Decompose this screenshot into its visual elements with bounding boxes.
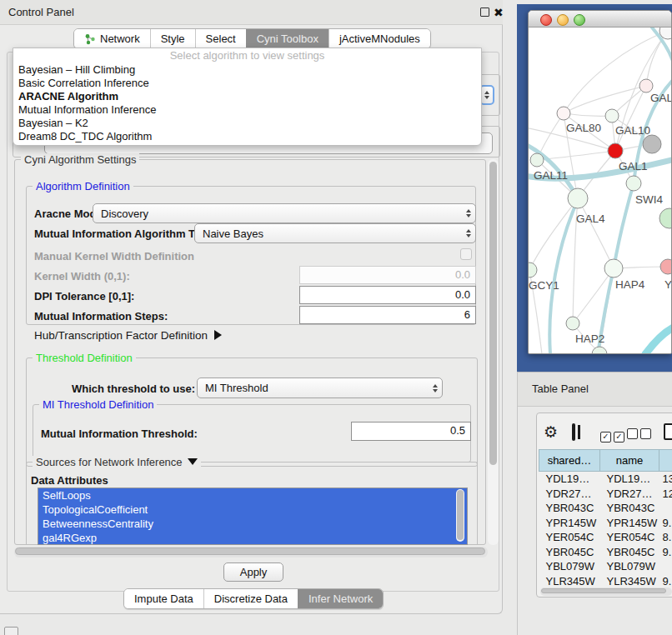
tab-jactivemnodules[interactable]: jActiveMNodules [328, 29, 430, 48]
table-column-header[interactable]: shared… [539, 450, 600, 472]
minimized-panel-icon[interactable] [4, 627, 18, 635]
data-attribute-item[interactable]: BetweennessCentrality [38, 517, 467, 531]
table-cell: 12 [659, 487, 672, 502]
algorithm-option[interactable]: Bayesian – K2 [13, 117, 481, 130]
network-node-label: GAL4 [576, 212, 605, 225]
table-row[interactable]: YDR27…YDR27…12 [539, 487, 672, 502]
network-node-gal1[interactable] [608, 143, 623, 158]
algorithm-option[interactable]: Mutual Information Inference [13, 103, 481, 117]
algorithm-definition-title: Algorithm Definition [33, 180, 133, 192]
stepper-arrows-icon [466, 229, 471, 238]
network-node-hap2[interactable] [566, 317, 579, 330]
table-row[interactable]: YBR043CYBR043C [539, 501, 672, 516]
tab-label: Discretize Data [214, 592, 288, 605]
table-row[interactable]: YLR345WYLR345W9. [539, 574, 672, 586]
network-node-gal11[interactable] [530, 153, 544, 167]
dpi-tolerance-field[interactable]: 0.0 [299, 286, 476, 304]
data-attributes-list[interactable]: SelfLoopsTopologicalCoefficientBetweenne… [38, 488, 468, 545]
data-attribute-item[interactable]: gal4RGexp [38, 531, 467, 545]
tab-cyni-toolbox[interactable]: Cyni Toolbox [246, 29, 328, 48]
settings-scrollbar[interactable] [488, 159, 499, 545]
network-edge [529, 198, 578, 270]
network-node-gal4[interactable] [568, 188, 588, 208]
algorithm-option[interactable]: Basic Correlation Inference [13, 77, 481, 90]
network-node-label: Y [664, 278, 672, 291]
network-node-swi4[interactable] [626, 176, 641, 191]
algorithm-option[interactable]: ARACNE Algorithm [13, 90, 481, 103]
table-hscrollbar-thumb[interactable] [541, 588, 666, 593]
tab-discretize-data[interactable]: Discretize Data [203, 589, 298, 608]
network-node[interactable] [659, 208, 672, 228]
tab-label: Impute Data [134, 592, 193, 605]
network-node-gal10[interactable] [605, 109, 619, 122]
close-traffic-light-icon[interactable] [540, 14, 552, 26]
aracne-mode-value: Discovery [101, 208, 148, 220]
gear-icon[interactable]: ⚙ [544, 424, 558, 440]
which-threshold-value: MI Threshold [205, 382, 268, 394]
mi-steps-field[interactable]: 6 [299, 306, 476, 324]
minimize-traffic-light-icon[interactable] [557, 14, 569, 26]
zoom-traffic-light-icon[interactable] [574, 14, 585, 26]
table-cell: 9. [659, 516, 672, 531]
manual-kernel-checkbox[interactable] [460, 248, 472, 260]
tab-style[interactable]: Style [150, 29, 195, 48]
tab-network[interactable]: Network [74, 29, 150, 48]
table-column-header[interactable]: name [600, 450, 659, 472]
network-node-label: HAP2 [575, 332, 604, 345]
data-attribute-item[interactable]: TopologicalCoefficient [38, 502, 467, 517]
attributes-scrollbar-thumb[interactable] [457, 490, 464, 540]
table-row[interactable]: YDL19…YDL19…13 [539, 472, 672, 487]
algorithm-option[interactable]: Dream8 DC_TDC Algorithm [13, 130, 481, 143]
kernel-width-field[interactable]: 0.0 [299, 266, 476, 284]
columns-icon[interactable] [572, 423, 575, 441]
network-node-y[interactable] [660, 259, 672, 274]
table-hscrollbar[interactable] [540, 588, 672, 596]
network-window: GALGAL80GAL10GAL1GAL11SWI4GAL4GCY1HAP4YH… [528, 10, 672, 354]
tab-impute-data[interactable]: Impute Data [124, 589, 203, 608]
sources-group-toggle[interactable]: Sources for Network Inference [33, 456, 201, 468]
mi-type-label: Mutual Information Algorithm Type: [34, 228, 217, 240]
network-node-label: GAL10 [615, 124, 650, 137]
settings-scrollbar-thumb[interactable] [489, 162, 497, 465]
table-cell: YLR345W [539, 574, 600, 586]
table-column-header[interactable]: A [659, 450, 672, 472]
network-node-gcy1[interactable] [529, 262, 537, 278]
table-cell: YPR145W [539, 516, 600, 531]
settings-hscrollbar[interactable] [14, 547, 488, 558]
apply-button[interactable]: Apply [223, 562, 283, 582]
table-cell: YER054C [600, 530, 659, 545]
network-node-hap4[interactable] [604, 259, 623, 278]
aracne-mode-combobox[interactable]: Discovery [93, 203, 476, 223]
select-all-icon[interactable]: ✓✓ [600, 428, 624, 442]
network-node-label: GAL11 [534, 169, 568, 182]
network-canvas[interactable]: GALGAL80GAL10GAL1GAL11SWI4GAL4GCY1HAP4YH… [529, 28, 672, 354]
table-row[interactable]: YER054CYER054C8. [539, 530, 672, 545]
deselect-all-icon[interactable] [627, 428, 651, 442]
export-table-icon[interactable] [664, 423, 672, 440]
table-cell: 9. [659, 545, 672, 560]
network-node[interactable] [643, 135, 661, 153]
float-window-icon[interactable] [480, 8, 489, 17]
network-window-titlebar[interactable] [529, 11, 671, 28]
which-threshold-combobox[interactable]: MI Threshold [197, 378, 443, 398]
table-row[interactable]: YPR145WYPR145W9. [539, 516, 672, 531]
which-threshold-label: Which threshold to use: [72, 382, 195, 395]
tab-infer-network[interactable]: Infer Network [298, 589, 383, 608]
close-icon[interactable]: ✖ [494, 7, 504, 18]
settings-hscrollbar-thumb[interactable] [15, 548, 485, 555]
mi-threshold-field[interactable]: 0.5 [351, 422, 471, 441]
table-row[interactable]: YBR045CYBR045C9. [539, 545, 672, 560]
algorithm-option[interactable]: Bayesian – Hill Climbing [13, 63, 481, 77]
mi-type-combobox[interactable]: Naive Bayes [194, 223, 476, 243]
network-edge [578, 198, 614, 268]
table-row[interactable]: YBL079WYBL079W [539, 559, 672, 574]
data-attribute-item[interactable]: SelfLoops [38, 488, 467, 502]
expand-right-icon [214, 330, 222, 340]
hub-definition-toggle[interactable]: Hub/Transcription Factor Definition [34, 329, 222, 342]
table-panel: Table Panel ⚙ ✓✓ shared…nameAYDL19…YDL19… [517, 372, 672, 635]
table-cell: YDR27… [539, 487, 600, 502]
attributes-scrollbar[interactable] [456, 489, 464, 542]
network-node-gal80[interactable] [557, 107, 570, 120]
network-node-gal[interactable] [639, 79, 653, 92]
tab-select[interactable]: Select [195, 29, 246, 48]
